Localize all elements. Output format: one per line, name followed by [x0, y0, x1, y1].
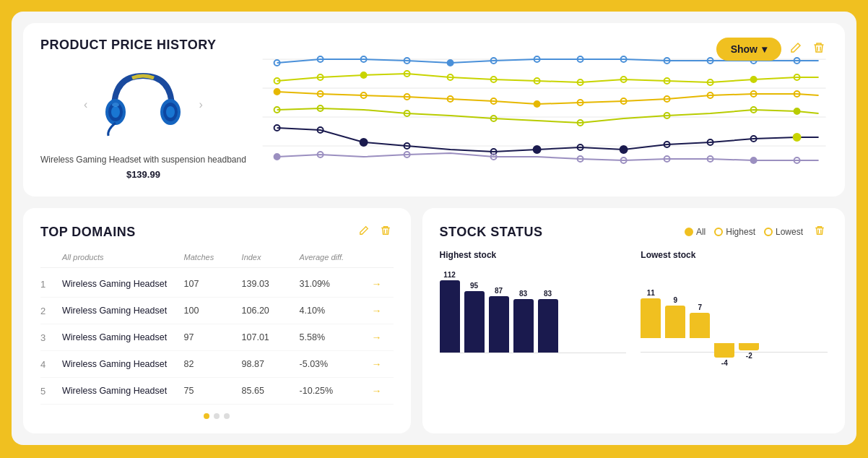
svg-point-43	[534, 101, 539, 107]
row-index: 85.65	[242, 386, 300, 396]
trash-icon	[815, 225, 825, 236]
lowest-bar-1	[641, 298, 661, 338]
top-domains-section: TOP DOMAINS All products	[23, 208, 411, 433]
row-name: Wireless Gaming Headset	[62, 279, 184, 289]
main-container: PRODUCT PRICE HISTORY ‹	[12, 12, 856, 445]
lowest-bar-value-3: 7	[698, 303, 703, 311]
bar-1	[440, 280, 460, 353]
svg-point-35	[750, 77, 756, 82]
row-name: Wireless Gaming Headset	[62, 332, 184, 342]
row-diff: 31.09%	[300, 279, 372, 289]
highest-stock-label: Highest stock	[440, 250, 627, 260]
table-row: 1 Wireless Gaming Headset 107 139.03 31.…	[40, 271, 394, 298]
filter-highest-radio	[714, 228, 723, 236]
bar-value-5: 83	[544, 290, 552, 298]
row-diff: -10.25%	[300, 386, 372, 396]
lowest-stock-label: Lowest stock	[641, 250, 828, 260]
stock-status-title: STOCK STATUS	[440, 225, 543, 240]
svg-point-57	[794, 108, 799, 114]
highest-bar-1: 112	[440, 271, 460, 353]
stock-charts-row: Highest stock 112 95	[440, 250, 828, 367]
svg-point-6	[112, 103, 119, 107]
price-history-left: PRODUCT PRICE HISTORY ‹	[40, 38, 246, 180]
row-matches: 82	[184, 359, 242, 369]
table-row: 3 Wireless Gaming Headset 97 107.01 5.58…	[40, 324, 394, 351]
row-arrow-button[interactable]: →	[372, 305, 394, 316]
price-history-actions: Show ▾	[716, 38, 828, 61]
top-domains-delete-button[interactable]	[378, 222, 394, 241]
table-row: 4 Wireless Gaming Headset 82 98.87 -5.03…	[40, 351, 394, 378]
filter-highest-label: Highest	[726, 227, 755, 237]
svg-point-63	[533, 146, 540, 153]
col-index: Index	[242, 253, 300, 262]
filter-lowest[interactable]: Lowest	[764, 227, 803, 237]
delete-button[interactable]	[810, 39, 828, 59]
table-row: 5 Wireless Gaming Headset 75 85.65 -10.2…	[40, 378, 394, 405]
col-category: All products	[62, 253, 184, 262]
bar-2	[464, 291, 485, 353]
lowest-bar-2	[665, 306, 685, 338]
row-index: 106.20	[242, 306, 300, 316]
row-index: 98.87	[242, 359, 300, 369]
svg-point-65	[620, 146, 627, 153]
stock-status-delete-button[interactable]	[812, 222, 828, 241]
carousel-next-button[interactable]: ›	[196, 95, 205, 114]
row-index: 139.03	[242, 279, 300, 289]
row-arrow-button[interactable]: →	[372, 278, 394, 290]
filter-all[interactable]: All	[685, 227, 706, 237]
bottom-row: TOP DOMAINS All products	[23, 208, 845, 433]
product-name: Wireless Gaming Headset with suspension …	[40, 154, 246, 166]
price-history-section: PRODUCT PRICE HISTORY ‹	[23, 23, 845, 196]
bar-value-1: 112	[443, 271, 456, 279]
filter-highest[interactable]: Highest	[714, 227, 755, 237]
trash-icon	[381, 225, 391, 236]
product-info: Wireless Gaming Headset with suspension …	[40, 154, 246, 180]
highest-stock-chart: Highest stock 112 95	[440, 250, 627, 367]
show-button-label: Show	[731, 43, 758, 55]
row-index: 107.01	[242, 332, 300, 342]
pagination-dot-3[interactable]	[224, 413, 230, 419]
row-arrow-button[interactable]: →	[372, 332, 394, 343]
bar-5	[538, 299, 558, 353]
neg-bar-value-2: -2	[746, 352, 752, 360]
bar-value-4: 83	[519, 290, 527, 298]
carousel-prev-button[interactable]: ‹	[81, 95, 90, 114]
edit-button[interactable]	[787, 39, 804, 59]
highest-bar-3: 87	[489, 287, 509, 353]
filter-lowest-label: Lowest	[776, 227, 803, 237]
product-image-container	[96, 61, 190, 148]
top-domains-actions	[356, 222, 394, 241]
row-matches: 75	[184, 386, 242, 396]
highest-bar-5: 83	[538, 290, 558, 353]
highest-bar-2: 95	[464, 282, 485, 353]
pagination-dot-1[interactable]	[204, 413, 209, 419]
edit-icon	[359, 225, 369, 236]
chevron-down-icon: ▾	[762, 43, 767, 55]
top-domains-edit-button[interactable]	[356, 222, 372, 241]
svg-point-70	[274, 154, 279, 160]
svg-point-15	[447, 60, 453, 66]
show-button[interactable]: Show ▾	[716, 38, 781, 61]
row-num: 1	[40, 279, 62, 290]
filter-all-label: All	[696, 227, 706, 237]
col-avg-diff: Average diff.	[300, 253, 372, 262]
top-domains-header: TOP DOMAINS	[40, 222, 394, 241]
stock-status-section: STOCK STATUS All Highest Lowest	[422, 208, 845, 433]
product-price: $139.99	[40, 169, 246, 180]
lowest-pos-bar-2: 9	[665, 296, 685, 338]
row-arrow-button[interactable]: →	[372, 358, 394, 370]
svg-point-26	[360, 72, 366, 78]
product-image	[100, 65, 186, 144]
bar-3	[489, 296, 509, 353]
price-history-header: PRODUCT PRICE HISTORY	[40, 38, 246, 53]
row-diff: 4.10%	[300, 306, 372, 316]
row-matches: 97	[184, 332, 242, 342]
table-row: 2 Wireless Gaming Headset 100 106.20 4.1…	[40, 298, 394, 324]
col-matches: Matches	[184, 253, 242, 262]
svg-point-60	[360, 139, 367, 146]
stock-status-header: STOCK STATUS All Highest Lowest	[440, 222, 828, 241]
row-name: Wireless Gaming Headset	[62, 306, 184, 316]
pagination-dot-2[interactable]	[214, 413, 220, 419]
row-arrow-button[interactable]: →	[372, 385, 394, 397]
neg-bar-value-1: -4	[721, 359, 728, 367]
